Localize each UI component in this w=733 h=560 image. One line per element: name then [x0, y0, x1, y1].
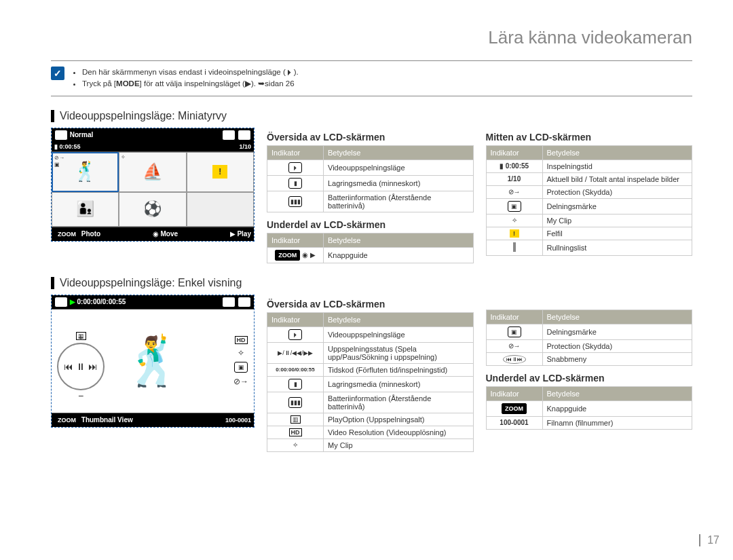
thumbnail-6[interactable]: [187, 192, 254, 227]
card-icon: ▮: [222, 130, 236, 141]
person-silhouette-icon: 🕺: [73, 162, 97, 181]
table-mid-lcd-1: IndikatorBetydelse ▮ 0:00:55Inspelningst…: [486, 145, 693, 256]
playmode-icon: ⏵: [54, 130, 68, 141]
table-row: HDVideo Resolution (Videoupplösning): [267, 426, 474, 438]
warning-icon: !: [212, 165, 227, 179]
note-line-2: Tryck på [MODE] för att välja inspelning…: [82, 78, 299, 90]
table-row: ▮▮▮Batteriinformation (Återstående batte…: [267, 191, 474, 212]
table-row: ZOOM ◉ ▶Knappguide: [267, 247, 474, 263]
table-right-2a: IndikatorBetydelse ▣Delningsmärke ⊘→Prot…: [486, 310, 693, 366]
lcd2-top-left: ⏵ ▶ 0:00:00/0:00:55: [54, 297, 126, 307]
lcd-thumbnail: ⏵ Normal ▮ ▮▮▮ ▮ 0:00:55 1/10 ⊘→▣ 🕺 ✧: [51, 128, 255, 242]
parent-child-icon: 👨‍👦: [76, 202, 94, 217]
dancer-silhouette: 🕺: [124, 337, 183, 385]
table-row: ZOOMKnappguide: [486, 400, 692, 416]
hd-icon: HD: [235, 336, 248, 344]
table-row: 0:00:00/0:00:55Tidskod (Förfluten tid/in…: [267, 363, 474, 376]
table-row: ⏵Videouppspelningsläge: [267, 326, 474, 342]
table-row: Rullningslist: [486, 240, 692, 255]
lcd1-photo: ZOOM Photo: [54, 229, 100, 240]
sailboat-icon: ⛵: [143, 164, 163, 180]
playmode-icon: ⏵: [288, 162, 302, 173]
table-row: ▣Delningsmärke: [486, 198, 692, 214]
thumbnail-1[interactable]: ⊘→▣ 🕺: [52, 152, 119, 192]
right-icons: HD ✧ ▣ ⊘→: [233, 336, 248, 386]
table-row: !Felfil: [486, 227, 692, 240]
myclip-icon: ✧: [238, 348, 244, 358]
card-icon: ▮: [288, 379, 302, 390]
battery-icon: ▮▮▮: [238, 130, 251, 141]
playoption-icon: ▥: [290, 415, 301, 424]
check-icon: ✓: [51, 67, 64, 80]
zoom-label: ZOOM: [275, 250, 300, 261]
lock-icon: ⊘→: [233, 377, 248, 386]
table-row: ▮▮▮Batteriinformation (Återstående batte…: [267, 392, 474, 413]
table-top-lcd-2: IndikatorBetydelse ⏵Videouppspelningsläg…: [267, 312, 474, 452]
table-right-2b: IndikatorBetydelse ZOOMKnappguide 100-00…: [486, 386, 693, 430]
note-line-1: Den här skärmmenyn visas endast i videoi…: [82, 67, 299, 78]
scrollbar-icon: [513, 242, 516, 252]
soccer-icon: ⚽: [143, 202, 162, 217]
battery-icon: ▮▮▮: [238, 297, 251, 307]
hd-icon: HD: [289, 428, 302, 436]
share-icon: ▣: [508, 201, 521, 212]
lock-icon: ⊘→: [508, 342, 521, 350]
play-indicator: ▶: [70, 298, 75, 305]
table-row: 1/10Aktuell bild / Totalt antal inspelad…: [486, 172, 692, 185]
table-row: 100-0001Filnamn (filnummer): [486, 416, 692, 429]
table-row: ▣Delningsmärke: [486, 324, 692, 339]
table-row: ✧My Clip: [267, 438, 474, 451]
lcd2-thumbview: ZOOM Thumbnail View: [54, 415, 133, 426]
lcd1-rec-time: ▮ 0:00:55: [54, 143, 81, 150]
share-icon: ▣: [508, 326, 521, 337]
lcd1-top-left: ⏵ Normal: [54, 130, 93, 141]
playmode-icon: ⏵: [54, 297, 68, 307]
card-icon: ▮: [288, 178, 302, 189]
section-thumbnail-mode: Videouppspelningsläge: Miniatyrvy: [51, 110, 692, 122]
lcd1-play: ▶ Play: [230, 230, 251, 238]
share-icon: ▣: [234, 362, 248, 373]
table-row: ⊘→Protection (Skydda): [486, 185, 692, 198]
heading-top-lcd-1: Översida av LCD-skärmen: [267, 132, 474, 143]
table-row: ▶/⏸/◀◀/▶▶Uppspelningsstatus (Spela upp/P…: [267, 342, 474, 363]
zoom-label: ZOOM: [54, 229, 79, 240]
thumbnail-3[interactable]: !: [187, 152, 254, 192]
quickmenu-icon: ⏮⏸⏭: [503, 355, 526, 364]
lcd1-count: 1/10: [239, 143, 251, 150]
page-title: Lära känna videokameran: [51, 27, 692, 48]
thumbnail-5[interactable]: ⚽: [119, 192, 186, 227]
myclip-icon: ✧: [293, 441, 298, 449]
lcd2-top-right: ▮ ▮▮▮: [222, 297, 251, 307]
quick-menu-dial[interactable]: ⏮ ⏸ ⏭: [57, 343, 105, 390]
table-top-lcd-1: IndikatorBetydelse ⏵Videouppspelningsläg…: [267, 145, 474, 212]
table-row: ⊘→Protection (Skydda): [486, 339, 692, 352]
table-row: ▮Lagringsmedia (minneskort): [267, 175, 474, 191]
lcd2-filename: 100-0001: [225, 417, 251, 424]
table-row: ▮Lagringsmedia (minneskort): [267, 376, 474, 392]
lcd1-top-right: ▮ ▮▮▮: [222, 130, 251, 141]
lock-icon: ⊘→: [508, 188, 521, 195]
lcd-single: ⏵ ▶ 0:00:00/0:00:55 ▮ ▮▮▮ ▥ ⏮ ⏸ ⏭ 🕺 HD ✧: [51, 295, 255, 428]
thumbnail-4[interactable]: 👨‍👦: [52, 192, 119, 227]
table-row: ▮ 0:00:55Inspelningstid: [486, 160, 692, 172]
heading-mid-lcd-1: Mitten av LCD-skärmen: [486, 132, 693, 143]
battery-icon: ▮▮▮: [288, 196, 302, 207]
table-bottom-lcd-1: IndikatorBetydelse ZOOM ◉ ▶Knappguide: [267, 233, 474, 263]
table-row: ▥PlayOption (Uppspelningsalt): [267, 413, 474, 426]
heading-bottom-lcd-2: Underdel av LCD-skärmen: [486, 373, 693, 384]
thumbnail-2[interactable]: ✧ ⛵: [119, 152, 186, 192]
lcd1-move: ◉ Move: [153, 230, 178, 238]
section-single-view: Videouppspelningsläge: Enkel visning: [51, 277, 692, 289]
table-row: ✧My Clip: [486, 214, 692, 227]
thumbnail-grid: ⊘→▣ 🕺 ✧ ⛵ ! 👨‍👦 ⚽: [52, 151, 254, 227]
notes-block: ✓ Den här skärmmenyn visas endast i vide…: [51, 60, 692, 96]
playmode-icon: ⏵: [288, 329, 302, 340]
table-row: ⏵Videouppspelningsläge: [267, 160, 474, 175]
heading-top-lcd-2: Översida av LCD-skärmen: [267, 299, 474, 310]
card-icon: ▮: [222, 297, 236, 307]
myclip-icon: ✧: [512, 217, 517, 224]
table-row: ⏮⏸⏭Snabbmeny: [486, 352, 692, 365]
zoom-label: ZOOM: [502, 403, 527, 414]
warning-icon: !: [510, 229, 519, 238]
heading-bottom-lcd-1: Underdel av LCD-skärmen: [267, 219, 474, 230]
